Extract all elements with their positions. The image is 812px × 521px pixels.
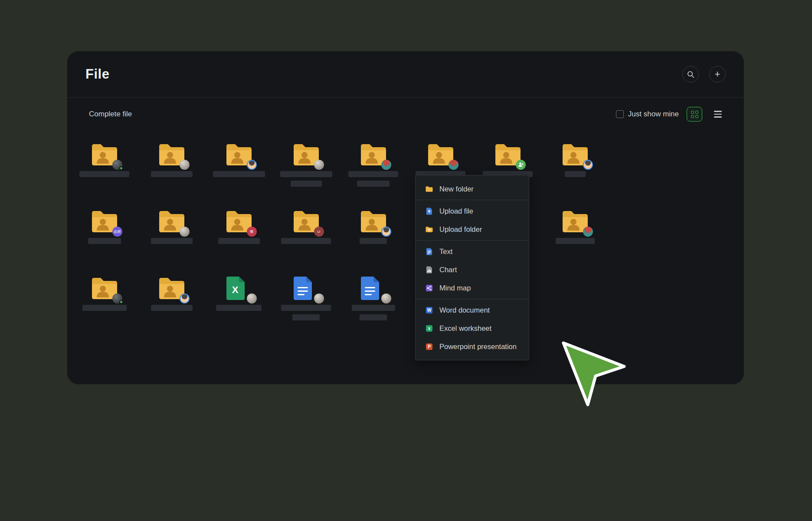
file-name-placeholder: [360, 314, 387, 320]
svg-text:P: P: [428, 344, 431, 349]
file-name-placeholder: [82, 305, 127, 311]
search-icon: [687, 71, 694, 78]
folder-icon: [494, 142, 522, 167]
owner-avatar-badge: [247, 293, 257, 303]
folder-item[interactable]: [340, 142, 407, 209]
excel-icon: X: [225, 276, 253, 301]
folder-icon: [359, 142, 388, 167]
file-name-placeholder: [357, 181, 390, 187]
header-actions: +: [682, 66, 726, 82]
file-name-placeholder: [360, 238, 387, 244]
page-title: File: [85, 66, 109, 82]
search-button[interactable]: [682, 66, 699, 82]
file-name-placeholder: [348, 171, 398, 177]
menu-item-upload-file[interactable]: Upload file: [416, 202, 529, 220]
excel-file-item[interactable]: X: [205, 276, 272, 343]
person-add-badge: [516, 160, 526, 170]
just-show-mine-checkbox[interactable]: [616, 110, 624, 118]
cursor-pointer-graphic: [561, 341, 627, 409]
menu-item-powerpoint-presentation[interactable]: PPowerpoint presentation: [416, 337, 529, 356]
file-name-placeholder: [556, 238, 595, 244]
folder-icon: [561, 209, 589, 234]
powerpoint-icon: P: [425, 343, 433, 351]
file-name-placeholder: [281, 238, 331, 244]
menu-item-chart[interactable]: Chart: [416, 260, 529, 279]
folder-icon: [359, 209, 388, 234]
owner-avatar-badge: [583, 160, 593, 170]
svg-text:X: X: [232, 284, 238, 295]
owner-avatar-badge: LI: [314, 227, 324, 237]
folder-item[interactable]: [541, 209, 609, 276]
folder-icon: [225, 142, 253, 167]
word-icon: W: [425, 306, 433, 314]
file-name-placeholder: [79, 171, 129, 177]
folder-item[interactable]: LI: [272, 209, 340, 276]
folder-item[interactable]: [205, 142, 272, 209]
folder-icon: 志程: [90, 209, 119, 234]
folder-item[interactable]: [541, 142, 609, 209]
svg-text:W: W: [427, 308, 432, 313]
folder-icon: [426, 142, 455, 167]
svg-text:x: x: [428, 326, 431, 331]
file-name-placeholder: [151, 238, 193, 244]
menu-item-text[interactable]: Text: [416, 242, 529, 260]
folder-item[interactable]: [138, 276, 205, 343]
owner-avatar-badge: [112, 293, 122, 303]
panel-header: File +: [67, 51, 744, 98]
folder-item[interactable]: 丽: [205, 209, 272, 276]
new-folder-icon: [425, 185, 433, 193]
folder-icon: [157, 142, 186, 167]
folder-icon: [157, 276, 186, 301]
list-view-icon: [714, 111, 722, 118]
file-name-placeholder: [280, 171, 332, 177]
menu-item-mind-map[interactable]: Mind map: [416, 279, 529, 297]
file-name-placeholder: [151, 305, 193, 311]
file-name-placeholder: [565, 171, 586, 177]
just-show-mine-toggle[interactable]: Just show mine: [616, 110, 679, 119]
owner-avatar-badge: [180, 160, 190, 170]
folder-item[interactable]: [138, 142, 205, 209]
folder-icon: [292, 142, 321, 167]
excel-icon: x: [425, 324, 433, 333]
menu-item-upload-folder[interactable]: Upload folder: [416, 220, 529, 238]
menu-item-label: Mind map: [439, 284, 471, 292]
menu-item-word-document[interactable]: WWord document: [416, 301, 529, 319]
owner-avatar-badge: [449, 160, 458, 170]
file-name-placeholder: [352, 305, 395, 311]
menu-group: Upload fileUpload folder: [416, 200, 529, 240]
add-button[interactable]: +: [709, 66, 726, 82]
grid-view-button[interactable]: [687, 107, 702, 122]
folder-item[interactable]: [138, 209, 205, 276]
text-doc-icon: [425, 247, 433, 256]
just-show-mine-label: Just show mine: [628, 110, 679, 119]
folder-item[interactable]: [71, 142, 138, 209]
menu-group: WWord documentxExcel worksheetPPowerpoin…: [416, 299, 529, 357]
owner-avatar-badge: [247, 160, 257, 170]
owner-avatar-badge: 丽: [247, 227, 257, 237]
menu-item-excel-worksheet[interactable]: xExcel worksheet: [416, 319, 529, 337]
plus-icon: +: [715, 69, 720, 79]
owner-avatar-badge: [583, 227, 593, 237]
folder-item[interactable]: [71, 276, 138, 343]
folder-icon: [90, 276, 119, 301]
menu-item-label: Excel worksheet: [439, 324, 491, 333]
folder-item[interactable]: [272, 142, 340, 209]
folder-item[interactable]: 志程: [71, 209, 138, 276]
file-name-placeholder: [88, 238, 121, 244]
owner-avatar-badge: [381, 293, 391, 303]
doc-file-item[interactable]: [340, 276, 407, 343]
folder-icon: [561, 142, 589, 167]
file-name-placeholder: [291, 181, 322, 187]
upload-file-icon: [425, 207, 433, 215]
menu-item-label: Upload file: [439, 207, 473, 215]
menu-item-label: Upload folder: [439, 225, 482, 234]
doc-file-item[interactable]: [272, 276, 340, 343]
owner-avatar-badge: [381, 160, 391, 170]
owner-avatar-badge: [314, 293, 324, 303]
folder-item[interactable]: [340, 209, 407, 276]
list-view-button[interactable]: [710, 107, 726, 122]
online-status-dot: [119, 300, 123, 304]
menu-group: New folder: [416, 178, 529, 200]
menu-item-new-folder[interactable]: New folder: [416, 180, 529, 198]
folder-icon: [157, 209, 186, 234]
